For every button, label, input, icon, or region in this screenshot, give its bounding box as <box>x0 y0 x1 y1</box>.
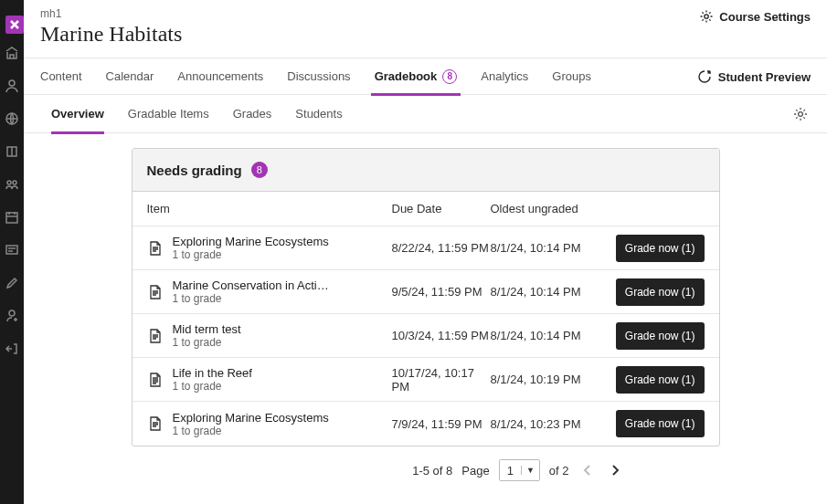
grade-now-button[interactable]: Grade now (1) <box>616 410 705 437</box>
book-icon[interactable] <box>5 144 19 159</box>
compose-icon[interactable] <box>5 276 19 290</box>
item-subtext: 1 to grade <box>173 248 329 261</box>
globe-icon[interactable] <box>5 111 19 126</box>
subtab-grades[interactable]: Grades <box>233 95 272 133</box>
main-panel: mh1 Marine Habitats Course Settings Cont… <box>24 0 827 504</box>
item-title[interactable]: Exploring Marine Ecosystems <box>173 235 329 248</box>
course-settings-label: Course Settings <box>719 10 811 24</box>
tab-discussions[interactable]: Discussions <box>287 58 350 95</box>
item-title[interactable]: Mid term test <box>173 322 241 336</box>
oldest-ungraded: 8/1/24, 10:23 PM <box>491 417 610 431</box>
admin-icon[interactable] <box>5 309 19 323</box>
tab-gradebook-label: Gradebook <box>375 69 438 83</box>
left-nav-rail <box>0 0 24 504</box>
primary-tabs: Content Calendar Announcements Discussio… <box>24 58 827 95</box>
profile-icon[interactable] <box>5 79 19 93</box>
col-due-header: Due Date <box>392 202 491 215</box>
svg-rect-4 <box>6 213 17 223</box>
due-date: 9/5/24, 11:59 PM <box>392 285 491 299</box>
gradebook-subtabs: Overview Gradable Items Grades Students <box>24 95 827 133</box>
due-date: 10/17/24, 10:17 PM <box>392 366 491 394</box>
svg-point-3 <box>13 181 16 184</box>
student-preview-button[interactable]: Student Preview <box>696 58 811 95</box>
tab-announcements[interactable]: Announcements <box>177 58 263 95</box>
document-icon <box>147 415 164 432</box>
oldest-ungraded: 8/1/24, 10:14 PM <box>491 241 610 255</box>
oldest-ungraded: 8/1/24, 10:14 PM <box>491 329 610 342</box>
due-date: 10/3/24, 11:59 PM <box>392 329 491 342</box>
subtab-gradable-items[interactable]: Gradable Items <box>128 95 209 133</box>
table-row: Life in the Reef1 to grade10/17/24, 10:1… <box>133 358 719 402</box>
messages-icon[interactable] <box>5 243 19 257</box>
chevron-down-icon: ▼ <box>521 466 539 475</box>
col-oldest-header: Oldest ungraded <box>491 202 610 215</box>
table-header: Item Due Date Oldest ungraded <box>133 192 719 226</box>
page-select[interactable]: 1 ▼ <box>499 459 540 481</box>
grade-now-button[interactable]: Grade now (1) <box>616 366 705 394</box>
preview-icon <box>696 68 713 85</box>
tab-analytics[interactable]: Analytics <box>481 58 528 95</box>
col-item-header: Item <box>147 202 392 215</box>
subtab-students[interactable]: Students <box>295 95 342 133</box>
tab-calendar[interactable]: Calendar <box>106 58 154 95</box>
next-page-button[interactable] <box>606 461 624 479</box>
panel-title: Needs grading <box>147 163 242 178</box>
tab-groups[interactable]: Groups <box>552 58 591 95</box>
document-icon <box>147 284 164 300</box>
content-area: Needs grading 8 Item Due Date Oldest ung… <box>24 133 827 504</box>
prev-page-button[interactable] <box>578 461 597 479</box>
item-title[interactable]: Exploring Marine Ecosystems <box>173 411 329 425</box>
gear-icon <box>699 9 714 24</box>
item-subtext: 1 to grade <box>173 380 252 393</box>
due-date: 8/22/24, 11:59 PM <box>392 241 491 255</box>
svg-point-6 <box>9 310 15 316</box>
document-icon <box>147 328 164 344</box>
oldest-ungraded: 8/1/24, 10:19 PM <box>491 373 610 386</box>
groups-icon[interactable] <box>5 177 19 192</box>
calendar-icon[interactable] <box>5 210 19 225</box>
pagination-of: of 2 <box>549 464 569 478</box>
grade-now-button[interactable]: Grade now (1) <box>616 235 705 262</box>
course-title: Marine Habitats <box>40 22 811 47</box>
subtab-overview[interactable]: Overview <box>51 95 104 133</box>
document-icon <box>147 372 164 388</box>
svg-point-2 <box>7 181 11 184</box>
svg-point-8 <box>799 112 803 117</box>
table-row: Mid term test1 to grade10/3/24, 11:59 PM… <box>133 314 719 358</box>
course-code: mh1 <box>40 7 811 20</box>
pagination: 1-5 of 8 Page 1 ▼ of 2 <box>36 446 624 494</box>
item-subtext: 1 to grade <box>173 336 241 349</box>
tab-gradebook[interactable]: Gradebook 8 <box>375 58 458 95</box>
needs-grading-count: 8 <box>251 162 268 178</box>
table-row: Exploring Marine Ecosystems1 to grade7/9… <box>133 402 719 446</box>
svg-point-7 <box>705 15 708 18</box>
table-row: Marine Conservation in Acti…1 to grade9/… <box>133 270 719 314</box>
course-settings-button[interactable]: Course Settings <box>699 9 811 24</box>
gradebook-count-badge: 8 <box>442 69 457 84</box>
page-number: 1 <box>500 464 521 478</box>
gear-icon <box>792 106 809 122</box>
student-preview-label: Student Preview <box>718 70 811 84</box>
table-row: Exploring Marine Ecosystems1 to grade8/2… <box>133 226 719 270</box>
table-body: Exploring Marine Ecosystems1 to grade8/2… <box>133 226 719 446</box>
institution-icon[interactable] <box>5 46 19 60</box>
due-date: 7/9/24, 11:59 PM <box>392 417 491 431</box>
svg-rect-5 <box>6 246 17 254</box>
gradebook-settings-button[interactable] <box>792 95 809 133</box>
panel-header: Needs grading 8 <box>133 149 719 192</box>
needs-grading-panel: Needs grading 8 Item Due Date Oldest ung… <box>132 148 720 446</box>
pagination-page-label: Page <box>461 464 489 478</box>
pagination-range: 1-5 of 8 <box>412 464 452 478</box>
item-title[interactable]: Marine Conservation in Acti… <box>173 278 329 292</box>
grade-now-button[interactable]: Grade now (1) <box>616 278 705 306</box>
signout-icon[interactable] <box>5 341 19 356</box>
item-title[interactable]: Life in the Reef <box>173 366 252 380</box>
item-subtext: 1 to grade <box>173 292 329 305</box>
course-header: mh1 Marine Habitats Course Settings <box>24 0 827 58</box>
item-subtext: 1 to grade <box>173 425 329 437</box>
document-icon <box>147 240 164 257</box>
oldest-ungraded: 8/1/24, 10:14 PM <box>491 285 610 299</box>
close-button[interactable] <box>5 16 24 34</box>
grade-now-button[interactable]: Grade now (1) <box>616 322 705 350</box>
tab-content[interactable]: Content <box>40 58 82 95</box>
